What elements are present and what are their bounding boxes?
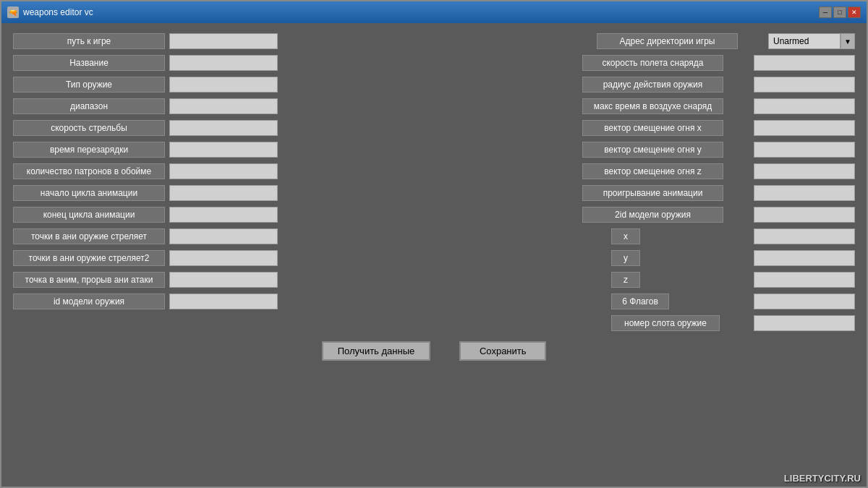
input-bullet-speed[interactable] (754, 55, 855, 71)
row-type: Тип оружие радиус действия оружия (13, 75, 855, 94)
input-shoot2[interactable] (169, 250, 278, 266)
window-controls: ─ □ ✕ (819, 7, 861, 18)
label-vec-z: вектор смещение огня z (582, 163, 723, 179)
label-2id: 2id модели оружия (582, 207, 723, 223)
input-vec-x[interactable] (754, 120, 855, 136)
input-coord-y[interactable] (754, 250, 855, 266)
label-shoot2: точки в ани оружие стреляет2 (13, 250, 165, 266)
input-anim-end[interactable] (169, 207, 278, 223)
row-reload: время перезарядки вектор смещение огня y (13, 140, 855, 159)
label-anim-end: конец цикла анимации (13, 207, 165, 223)
row-model-id: id модели оружия 6 Флагов (13, 292, 855, 311)
row-shoot1: точки в ани оружие стреляет x (13, 227, 855, 246)
input-range[interactable] (169, 98, 278, 114)
label-radius: радиус действия оружия (582, 77, 723, 93)
row-clip: количество патронов в обойме вектор смещ… (13, 162, 855, 181)
window-title: weapons editor vc (23, 7, 814, 17)
input-max-air[interactable] (754, 98, 855, 114)
label-range: диапазон (13, 98, 165, 114)
label-vec-y: вектор смещение огня y (582, 142, 723, 158)
close-button[interactable]: ✕ (848, 7, 861, 18)
input-coord-z[interactable] (754, 272, 855, 288)
label-name: Название (13, 55, 165, 71)
label-break: точка в аним, прорыв ани атаки (13, 272, 165, 288)
row-path: путь к игре Адрес директории игры Unarme… (13, 32, 855, 51)
label-reload: время перезарядки (13, 142, 165, 158)
row-shoot2: точки в ани оружие стреляет2 y (13, 249, 855, 267)
weapon-dropdown[interactable]: Unarmed ▼ (768, 33, 855, 49)
watermark: LIBERTYCITY.RU (784, 473, 861, 484)
input-2id[interactable] (754, 207, 855, 223)
input-path[interactable] (169, 33, 278, 49)
input-radius[interactable] (754, 77, 855, 93)
label-bullet-speed: скорость полета снаряда (582, 55, 723, 71)
maximize-button[interactable]: □ (833, 7, 846, 18)
input-shoot1[interactable] (169, 228, 278, 244)
label-max-air: макс время в воздухе снаряд (582, 98, 723, 114)
input-anim-play[interactable] (754, 185, 855, 201)
input-vec-z[interactable] (754, 163, 855, 179)
row-fire-speed: скорость стрельбы вектор смещение огня x (13, 119, 855, 137)
label-fire-speed: скорость стрельбы (13, 120, 165, 136)
row-anim-end: конец цикла анимации 2id модели оружия (13, 205, 855, 224)
input-coord-x[interactable] (754, 228, 855, 244)
dropdown-arrow-icon[interactable]: ▼ (841, 33, 855, 49)
title-bar: 🔫 weapons editor vc ─ □ ✕ (1, 1, 867, 23)
input-break[interactable] (169, 272, 278, 288)
label-path: путь к игре (13, 33, 165, 49)
label-clip: количество патронов в обойме (13, 163, 165, 179)
input-fire-speed[interactable] (169, 120, 278, 136)
label-anim-start: начало цикла анимации (13, 185, 165, 201)
input-type[interactable] (169, 77, 278, 93)
input-reload[interactable] (169, 142, 278, 158)
input-slot[interactable] (754, 315, 855, 331)
label-coord-x: x (611, 228, 640, 244)
label-flags: 6 Флагов (611, 294, 669, 309)
label-shoot1: точки в ани оружие стреляет (13, 228, 165, 244)
label-dir: Адрес директории игры (597, 33, 738, 49)
input-clip[interactable] (169, 163, 278, 179)
main-content: путь к игре Адрес директории игры Unarme… (1, 23, 867, 487)
row-anim-start: начало цикла анимации проигрывание анима… (13, 184, 855, 202)
row-range: диапазон макс время в воздухе снаряд (13, 97, 855, 116)
save-button[interactable]: Сохранить (459, 341, 546, 361)
bottom-buttons: Получить данные Сохранить (13, 335, 855, 364)
label-slot: номер слота оружие (611, 315, 720, 331)
row-slot: номер слота оружие (13, 314, 855, 333)
dropdown-value[interactable]: Unarmed (768, 33, 841, 49)
label-type: Тип оружие (13, 77, 165, 93)
label-coord-z: z (611, 272, 640, 288)
row-name: Название скорость полета снаряда (13, 53, 855, 72)
input-anim-start[interactable] (169, 185, 278, 201)
get-data-button[interactable]: Получить данные (322, 341, 431, 361)
minimize-button[interactable]: ─ (819, 7, 832, 18)
input-model-id[interactable] (169, 294, 278, 309)
input-vec-y[interactable] (754, 142, 855, 158)
label-anim-play: проигрывание анимации (582, 185, 723, 201)
label-coord-y: y (611, 250, 640, 266)
label-vec-x: вектор смещение огня x (582, 120, 723, 136)
input-flags[interactable] (754, 294, 855, 309)
input-name[interactable] (169, 55, 278, 71)
row-break: точка в аним, прорыв ани атаки z (13, 270, 855, 289)
app-icon: 🔫 (7, 7, 19, 18)
label-model-id: id модели оружия (13, 294, 165, 309)
